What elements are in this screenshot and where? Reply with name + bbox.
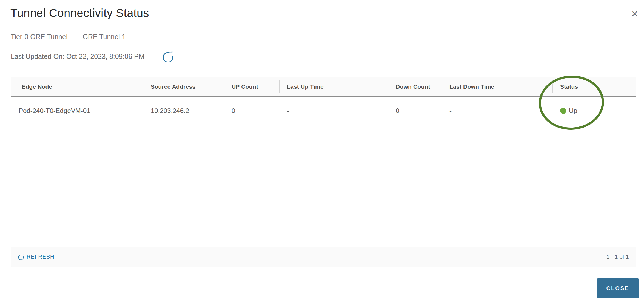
refresh-icon[interactable] <box>161 50 173 62</box>
pagination-label: 1 - 1 of 1 <box>606 254 629 260</box>
column-header-status[interactable]: Status <box>552 77 636 96</box>
table-footer: REFRESH 1 - 1 of 1 <box>11 247 636 267</box>
cell-down-count: 0 <box>388 97 442 125</box>
column-header-up-count[interactable]: UP Count <box>224 77 279 96</box>
close-icon[interactable]: ✕ <box>629 8 640 19</box>
column-header-source-address[interactable]: Source Address <box>143 77 224 96</box>
status-badge: Up <box>569 107 577 115</box>
cell-last-down-time: - <box>442 97 552 125</box>
table-header-row: Edge Node Source Address UP Count Last U… <box>11 77 636 97</box>
refresh-icon <box>18 254 24 260</box>
close-button[interactable]: CLOSE <box>597 278 639 298</box>
cell-edge-node: Pod-240-T0-EdgeVM-01 <box>11 97 143 125</box>
column-header-down-count[interactable]: Down Count <box>388 77 442 96</box>
last-updated-label: Last Updated On: Oct 22, 2023, 8:09:06 P… <box>11 53 144 60</box>
cell-up-count: 0 <box>224 97 279 125</box>
status-up-dot-icon <box>560 108 566 114</box>
cell-status: Up <box>552 97 636 125</box>
refresh-button[interactable]: REFRESH <box>18 254 54 260</box>
table-empty-area <box>11 125 636 247</box>
page-title: Tunnel Connectivity Status <box>10 7 149 20</box>
refresh-button-label: REFRESH <box>27 254 54 260</box>
last-updated-row: Last Updated On: Oct 22, 2023, 8:09:06 P… <box>11 50 173 62</box>
cell-source-address: 10.203.246.2 <box>143 97 224 125</box>
table-row: Pod-240-T0-EdgeVM-01 10.203.246.2 0 - 0 … <box>11 97 636 125</box>
column-header-last-down-time[interactable]: Last Down Time <box>442 77 552 96</box>
cell-last-up-time: - <box>279 97 388 125</box>
tunnel-status-table: Edge Node Source Address UP Count Last U… <box>11 77 636 267</box>
tunnel-subtitle: Tier-0 GRE Tunnel GRE Tunnel 1 <box>11 33 126 41</box>
status-header-underline <box>552 93 583 93</box>
tunnel-type-label: Tier-0 GRE Tunnel <box>11 33 67 41</box>
column-header-last-up-time[interactable]: Last Up Time <box>279 77 388 96</box>
tunnel-name-label: GRE Tunnel 1 <box>82 33 126 41</box>
column-header-edge-node[interactable]: Edge Node <box>11 77 143 96</box>
